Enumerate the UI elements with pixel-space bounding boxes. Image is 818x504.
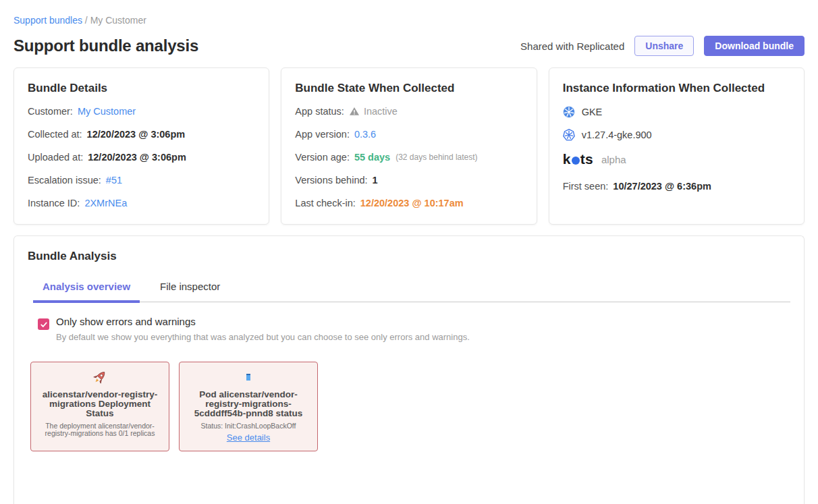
instance-id-link[interactable]: 2XMrNEa <box>84 196 127 210</box>
bundle-state-card: Bundle State When Collected App status: … <box>281 67 537 225</box>
only-errors-checkbox[interactable] <box>38 318 49 330</box>
result-card-deployment-status[interactable]: alicenstar/vendor-registry-migrations De… <box>30 362 169 451</box>
result-message: The deployment alicenstar/vendor-registr… <box>39 422 161 437</box>
versions-behind-row: Versions behind: 1 <box>295 173 522 187</box>
version-age-label: Version age: <box>295 150 350 164</box>
escalation-issue-row: Escalation issue: #51 <box>28 173 255 187</box>
only-errors-label: Only show errors and warnings <box>56 316 470 327</box>
kots-logo: kts <box>563 151 593 167</box>
k8s-version-value: v1.27.4-gke.900 <box>582 130 652 140</box>
last-checkin-label: Last check-in: <box>295 196 355 210</box>
uploaded-at-label: Uploaded at: <box>28 150 83 164</box>
result-card-pod-status[interactable]: Pod alicenstar/vendor-registry-migration… <box>179 362 318 451</box>
bundle-details-title: Bundle Details <box>28 82 255 95</box>
bundle-state-title: Bundle State When Collected <box>295 82 522 95</box>
see-details-link[interactable]: See details <box>227 432 270 443</box>
first-seen-label: First seen: <box>563 179 609 193</box>
collected-at-row: Collected at: 12/20/2023 @ 3:06pm <box>28 128 255 141</box>
tab-analysis-overview[interactable]: Analysis overview <box>33 281 140 302</box>
page: Support bundles / My Customer Support bu… <box>0 0 818 504</box>
page-title: Support bundle analysis <box>13 36 198 55</box>
instance-id-label: Instance ID: <box>28 196 80 210</box>
breadcrumb-support-bundles-link[interactable]: Support bundles <box>13 15 82 26</box>
tab-file-inspector[interactable]: File inspector <box>151 281 229 302</box>
app-version-label: App version: <box>295 128 350 141</box>
version-age-suffix: (32 days behind latest) <box>396 150 477 164</box>
breadcrumb-current: My Customer <box>90 15 146 26</box>
uploaded-at-row: Uploaded at: 12/20/2023 @ 3:06pm <box>28 150 255 164</box>
result-title: Pod alicenstar/vendor-registry-migration… <box>188 390 309 418</box>
unshare-button[interactable]: Unshare <box>634 36 694 56</box>
app-version-row: App version: 0.3.6 <box>295 128 522 141</box>
filter-text-block: Only show errors and warnings By default… <box>56 316 470 342</box>
analysis-tabs: Analysis overview File inspector <box>33 281 790 302</box>
analysis-results-row: alicenstar/vendor-registry-migrations De… <box>30 362 790 451</box>
uploaded-at-value: 12/20/2023 @ 3:06pm <box>88 150 186 164</box>
versions-behind-value: 1 <box>373 173 378 187</box>
escalation-issue-label: Escalation issue: <box>28 173 101 187</box>
header-actions: Shared with Replicated Unshare Download … <box>520 36 805 56</box>
last-checkin-row: Last check-in: 12/20/2023 @ 10:17am <box>295 196 522 210</box>
escalation-issue-link[interactable]: #51 <box>106 173 122 187</box>
breadcrumb: Support bundles / My Customer <box>13 15 805 26</box>
result-message: Status: Init:CrashLoopBackOff <box>200 422 296 430</box>
customer-link[interactable]: My Customer <box>78 105 136 118</box>
bundle-analysis-card: Bundle Analysis Analysis overview File i… <box>13 235 805 504</box>
errors-filter-row: Only show errors and warnings By default… <box>38 316 790 342</box>
distribution-value: GKE <box>582 107 603 117</box>
last-checkin-value: 12/20/2023 @ 10:17am <box>360 196 464 210</box>
bundle-details-card: Bundle Details Customer: My Customer Col… <box>13 67 269 225</box>
page-header: Support bundle analysis Shared with Repl… <box>13 36 805 56</box>
app-status-label: App status: <box>295 105 344 118</box>
result-title: alicenstar/vendor-registry-migrations De… <box>39 390 161 418</box>
k8s-version-row: v1.27.4-gke.900 <box>563 129 790 141</box>
summary-cards-row: Bundle Details Customer: My Customer Col… <box>13 67 805 225</box>
collected-at-value: 12/20/2023 @ 3:06pm <box>87 128 186 141</box>
checkmark-icon <box>40 320 48 329</box>
versions-behind-label: Versions behind: <box>295 173 367 187</box>
instance-info-title: Instance Information When Collected <box>563 82 790 95</box>
kots-row: kts alpha <box>563 151 790 167</box>
version-age-row: Version age: 55 days (32 days behind lat… <box>295 150 522 164</box>
instance-id-row: Instance ID: 2XMrNEa <box>28 196 255 210</box>
shared-status-text: Shared with Replicated <box>520 40 624 52</box>
distribution-row: GKE <box>563 106 790 118</box>
first-seen-row: First seen: 10/27/2023 @ 6:36pm <box>563 179 790 193</box>
breadcrumb-separator: / <box>85 15 90 26</box>
kots-o-dot-icon <box>572 157 580 165</box>
first-seen-value: 10/27/2023 @ 6:36pm <box>613 179 711 193</box>
app-status-value: Inactive <box>364 105 398 118</box>
download-bundle-button[interactable]: Download bundle <box>704 36 805 56</box>
app-version-link[interactable]: 0.3.6 <box>354 128 376 141</box>
bundle-analysis-title: Bundle Analysis <box>28 250 790 263</box>
warning-icon <box>349 106 360 117</box>
collected-at-label: Collected at: <box>28 128 82 141</box>
only-errors-description: By default we show you everything that w… <box>56 332 470 342</box>
blue-square-icon <box>246 368 250 386</box>
kots-channel: alpha <box>601 154 626 165</box>
version-age-value: 55 days <box>354 150 390 164</box>
gke-icon <box>563 106 575 118</box>
customer-row: Customer: My Customer <box>28 105 255 118</box>
app-status-row: App status: Inactive <box>295 105 522 118</box>
instance-info-card: Instance Information When Collected <box>549 67 805 225</box>
rocket-icon <box>92 368 108 386</box>
kubernetes-icon <box>563 129 575 141</box>
customer-label: Customer: <box>28 105 73 118</box>
